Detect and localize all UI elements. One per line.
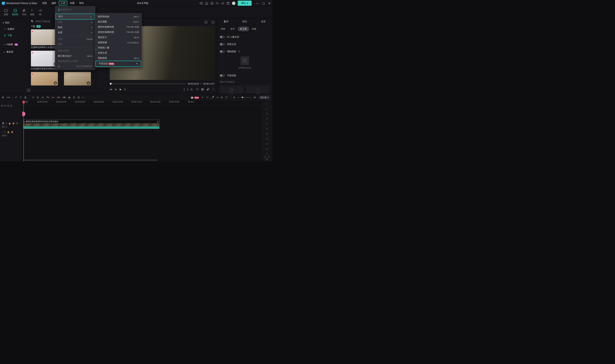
info-icon[interactable]: ? [238, 51, 240, 53]
subtitle-icon[interactable]: ≡ [217, 96, 218, 99]
dd-multicam[interactable]: ⊞建立多相機剪輯 [55, 64, 95, 69]
dd-trim[interactable]: 剪切 [55, 42, 95, 47]
apps-icon[interactable] [227, 2, 230, 5]
monitor2-icon[interactable]: 🖵 [225, 96, 227, 99]
ribbon-stock[interactable]: 素材庫 [12, 9, 18, 16]
device-icon[interactable] [205, 2, 208, 5]
dd-split[interactable]: 分割Ctrl+B [55, 37, 95, 42]
timeline-ruler[interactable]: 00:00 00:00:02:00 00:00:04:00 00:00:06:0… [22, 101, 261, 105]
dd-audio[interactable]: 音頻▸ [55, 20, 95, 25]
dd-speed[interactable]: 速度▸ [55, 30, 95, 35]
mute-icon[interactable]: 🔇 [11, 131, 13, 133]
undo-icon[interactable]: ↶ [15, 96, 17, 99]
more-icon[interactable]: ⊟ [78, 96, 80, 99]
cut-icon[interactable]: ✂ [32, 96, 34, 99]
dd-crop-fit[interactable]: 裁切適配Ctrl+F [95, 19, 142, 24]
headphones-icon[interactable] [221, 2, 224, 5]
compare-icon[interactable] [204, 21, 208, 24]
dd-rotate-cw[interactable]: 順時針旋轉90度Ctrl+Alt+右鍵 [95, 24, 142, 30]
toggle-planar-track[interactable] [220, 74, 225, 77]
speed-icon[interactable]: ⊙▾ [57, 96, 60, 99]
layers-icon[interactable]: ⊞ [2, 96, 4, 99]
mode-auto-button[interactable]: 自動 [220, 86, 243, 94]
menu-file[interactable]: 檔案 [40, 1, 49, 6]
track-lock-all-icon[interactable]: ⊡ [7, 104, 9, 107]
dd-planar-track[interactable]: 平面追蹤NEW↖ [95, 61, 141, 67]
ribbon-audio[interactable]: 音頻 [22, 9, 26, 16]
dd-color[interactable]: 顏色▸ [55, 25, 95, 30]
subtab-basic[interactable]: 基礎 [218, 26, 227, 31]
track-mute-all-icon[interactable]: ⊟ [10, 104, 12, 107]
record-dot-icon[interactable]: ●▾ [52, 96, 54, 99]
track-link-icon[interactable]: ⇄ [4, 104, 6, 107]
dd-video[interactable]: 影片▸ [55, 14, 95, 20]
dd-chroma-key[interactable]: 綠幕摳像Ctrl+Shift+G [95, 40, 142, 45]
download-marker-icon[interactable] [22, 112, 25, 116]
toggle-ai-portrait[interactable] [220, 36, 225, 39]
media-thumb[interactable]: ◆+ [31, 72, 61, 85]
zoom-in-icon[interactable]: ⊕ [254, 96, 256, 99]
subtab-ai-tools[interactable]: AI 工具 [238, 26, 249, 31]
ratio-icon[interactable]: ⎚▾ [191, 88, 193, 91]
image-icon[interactable] [211, 2, 214, 5]
color-icon[interactable]: ◐ [68, 96, 70, 99]
dd-compound[interactable]: 建立複合短片Alt+G [55, 53, 95, 59]
ribbon-transitions[interactable]: 轉 [38, 9, 42, 16]
indicator-select[interactable]: 指示器▾ [258, 95, 271, 100]
menu-edit[interactable]: 編輯 [50, 1, 58, 6]
tab-video[interactable]: 影片 [217, 18, 235, 25]
snapshot-icon[interactable]: 📷 [201, 88, 204, 91]
prev-frame-icon[interactable]: ⏮ [110, 88, 112, 91]
ribbon-titles[interactable]: T 標題 [30, 9, 34, 16]
nav-back-button[interactable]: ‹ [27, 88, 31, 92]
media-thumb[interactable]: ◆+ [64, 72, 94, 85]
mute-icon[interactable]: 🔇 [12, 122, 15, 124]
detect-icon[interactable]: ⊡ [73, 96, 75, 99]
overflow-icon[interactable]: » [82, 96, 84, 99]
playhead[interactable] [24, 101, 24, 161]
menu-view[interactable]: 視圖 [68, 1, 77, 6]
dd-read-text[interactable]: 讀取所有文字 [55, 7, 95, 12]
avatar-icon[interactable] [232, 1, 235, 5]
mic-icon[interactable]: 🎤 [211, 96, 214, 99]
tab-color[interactable]: 顏色 [235, 18, 254, 25]
dd-crop-zoom[interactable]: 裁剪和縮放Alt+C [95, 14, 142, 19]
tracks-area[interactable]: 00:00 00:00:02:00 00:00:04:00 00:00:06:0… [22, 101, 261, 161]
track-add-icon[interactable]: ⊞ [1, 104, 3, 107]
fullscreen-icon[interactable]: ⛶ [212, 88, 214, 91]
sidebar-item-stock[interactable]: ▸ 素材庫 [0, 49, 29, 55]
menu-help[interactable]: 幫助 [77, 1, 86, 6]
dual-icon[interactable]: ⧉ [221, 96, 223, 99]
lock-icon[interactable]: 🔒 [7, 131, 9, 133]
redo-icon[interactable]: ↷ [20, 96, 22, 99]
sidebar-item-ai-art[interactable]: ▸ AI繪畫 AI [0, 41, 29, 48]
zoom-slider[interactable] [238, 97, 251, 98]
play-icon[interactable]: ▶ [120, 88, 121, 91]
music-icon[interactable]: ♪▾ [41, 96, 44, 99]
dd-stabilize[interactable]: 穩定影片Alt+S [95, 35, 142, 40]
subtab-animation[interactable]: 動畫 [250, 26, 259, 31]
lock-icon[interactable]: 🔒 [8, 122, 11, 124]
close-icon[interactable]: ✕ [268, 2, 271, 5]
cloud-icon[interactable] [216, 2, 219, 5]
sparkle-icon[interactable]: ✦ [201, 96, 203, 99]
time-icon[interactable]: ◔▾ [63, 96, 66, 99]
delete-icon[interactable]: 🗑 [24, 96, 27, 99]
dd-smart-portrait[interactable]: 智能摳人像 [95, 45, 142, 50]
volume-icon[interactable]: 🔊 [207, 88, 210, 91]
dd-save-compound[interactable]: 儲存為複合短片自訂 [55, 59, 95, 64]
scrubber-handle[interactable] [110, 83, 112, 85]
mark-out-icon[interactable]: } [187, 88, 188, 91]
shield-icon[interactable]: 🛡 [206, 96, 209, 99]
play-pause-icon[interactable]: ⏯ [115, 88, 117, 91]
tab-speed[interactable]: 速度 [254, 18, 272, 25]
dd-rotate-ccw[interactable]: 逆時針旋轉90度Ctrl+Alt+左鍵 [95, 30, 142, 35]
maximize-icon[interactable]: ▢ [262, 2, 265, 5]
picture-icon[interactable] [211, 21, 214, 24]
toggle-motion-track[interactable] [220, 50, 225, 53]
record-icon[interactable] [200, 2, 203, 5]
dd-motion-track[interactable]: 運動跟蹤Alt+X [95, 55, 142, 61]
subtab-mask[interactable]: 遮罩 [228, 26, 237, 31]
sidebar-item-downloads[interactable]: ⬇ 下載 [0, 32, 29, 39]
eye-icon[interactable]: 👁 [16, 122, 18, 124]
